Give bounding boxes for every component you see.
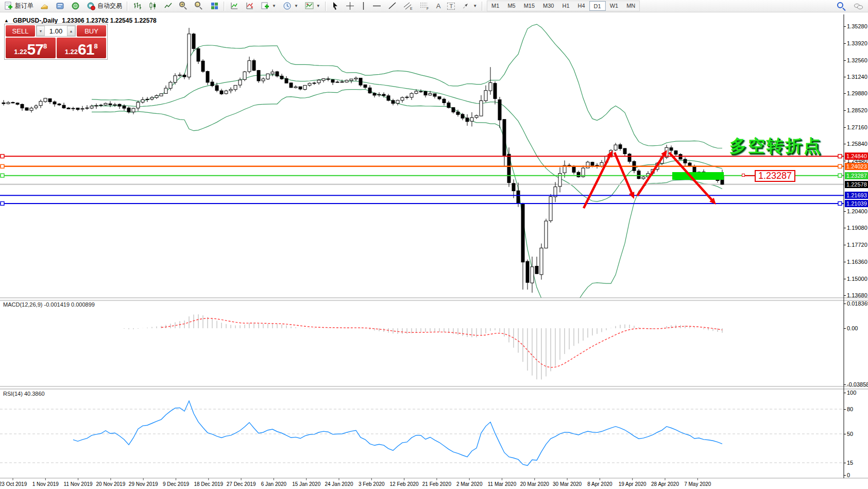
sell-price-sup: 8 <box>43 42 47 50</box>
signals-button[interactable] <box>70 1 81 12</box>
timeframe-w1[interactable]: W1 <box>606 1 623 11</box>
chart-window[interactable]: 1.352801.339201.325601.312401.298801.285… <box>0 13 868 489</box>
macd-indicator-label: MACD(12,26,9) -0.001419 0.000899 <box>3 301 95 308</box>
crosshair-icon <box>346 2 354 10</box>
timeframe-h1[interactable]: H1 <box>558 1 573 11</box>
candlestick-chart-button[interactable] <box>147 1 158 12</box>
indicators-icon <box>230 2 239 10</box>
chart-shift-icon <box>245 2 254 10</box>
toolbar-separator <box>224 2 225 11</box>
candlestick-chart-icon <box>148 2 157 10</box>
volume-input[interactable] <box>45 26 67 36</box>
timeframe-d1[interactable]: D1 <box>589 1 606 11</box>
callout-handle[interactable] <box>742 174 745 177</box>
equidistant-channel-tool-button[interactable]: E <box>402 1 414 12</box>
chart-profile-icon <box>305 2 314 10</box>
buy-price-box[interactable]: 1.22 61 8 <box>57 38 107 58</box>
vertical-line-icon <box>361 2 366 10</box>
search-button[interactable] <box>836 1 847 12</box>
symbol-name: GBPUSD-,Daily <box>13 17 58 24</box>
buy-price-big: 61 <box>78 42 94 57</box>
text-tool-button[interactable]: A <box>435 1 442 12</box>
horizontal-line-icon <box>372 4 381 8</box>
chat-button[interactable] <box>853 1 864 12</box>
line-chart-button[interactable] <box>163 1 174 12</box>
arrows-icon <box>462 2 470 10</box>
svg-text:F: F <box>427 7 429 10</box>
equidistant-channel-icon: E <box>403 2 413 10</box>
trendline-tool-button[interactable] <box>387 1 398 12</box>
volume-increase-button[interactable]: ▲ <box>67 26 75 36</box>
cursor-icon <box>331 2 339 10</box>
timeframe-m15[interactable]: M15 <box>520 1 539 11</box>
market-watch-button[interactable] <box>39 1 50 12</box>
chevron-down-icon: ▼ <box>272 4 276 8</box>
line-chart-icon <box>164 2 173 10</box>
timeframe-mn[interactable]: MN <box>622 1 639 11</box>
search-icon <box>837 2 846 11</box>
indicators-button[interactable] <box>229 1 240 12</box>
buy-button[interactable]: BUY <box>77 25 106 37</box>
periods-button[interactable]: ▼ <box>282 1 299 12</box>
one-click-trading-panel: SELL ▼ ▲ BUY 1.22 57 8 1.22 61 8 <box>4 24 108 60</box>
price-callout-box[interactable]: 1.23287 <box>755 170 795 182</box>
fibonacci-tool-button[interactable]: F <box>419 1 431 12</box>
clock-icon <box>283 2 292 10</box>
bar-chart-button[interactable] <box>132 1 143 12</box>
chat-icon <box>854 2 863 11</box>
toolbar-separator <box>482 2 483 11</box>
autotrading-label: 自动交易 <box>97 2 122 10</box>
chart-shift-button[interactable] <box>244 1 255 12</box>
sell-button[interactable]: SELL <box>6 25 35 37</box>
zoom-in-icon: + <box>179 2 188 10</box>
volume-decrease-button[interactable]: ▼ <box>37 26 45 36</box>
text-label-tool-button[interactable]: T <box>446 1 456 12</box>
buy-price-small: 1.22 <box>65 48 78 56</box>
timeframe-m5[interactable]: M5 <box>503 1 519 11</box>
bar-chart-icon <box>133 2 142 10</box>
toolbar: 新订单 自动交易 <box>0 0 868 12</box>
new-chart-button[interactable]: ▼ <box>260 1 277 12</box>
turning-point-annotation[interactable]: 多空转折点 <box>729 134 822 158</box>
timeframe-h4[interactable]: H4 <box>574 1 589 11</box>
zoom-out-icon: - <box>195 2 203 10</box>
chevron-down-icon: ▼ <box>473 4 477 8</box>
toolbar-separator <box>127 2 128 11</box>
chevron-down-icon: ▼ <box>316 4 320 8</box>
tile-windows-button[interactable] <box>209 1 220 12</box>
chart-symbol-header: ▲ GBPUSD-,Daily 1.23306 1.23762 1.22545 … <box>4 17 157 24</box>
signals-icon <box>71 2 80 10</box>
buy-price-sup: 8 <box>94 42 97 50</box>
new-order-icon <box>4 2 13 10</box>
sell-price-box[interactable]: 1.22 57 8 <box>6 38 56 58</box>
timeframe-m30[interactable]: M30 <box>539 1 558 11</box>
toolbar-separator <box>325 2 327 11</box>
collapse-arrow-icon[interactable]: ▲ <box>4 18 9 23</box>
chart-profile-button[interactable]: ▼ <box>304 1 321 12</box>
mt4-window: 新订单 自动交易 <box>0 0 868 489</box>
market-watch-icon <box>40 2 49 10</box>
zoom-in-button[interactable]: + <box>178 1 189 12</box>
tile-windows-icon <box>210 2 219 10</box>
zoom-out-button[interactable]: - <box>194 1 205 12</box>
crosshair-tool-button[interactable] <box>345 1 355 12</box>
cursor-tool-button[interactable] <box>330 1 340 12</box>
svg-text:E: E <box>410 7 413 10</box>
horizontal-line-tool-button[interactable] <box>371 1 382 12</box>
chart-plot[interactable] <box>0 13 868 489</box>
data-window-icon <box>56 2 64 10</box>
autotrading-button[interactable]: 自动交易 <box>86 1 123 12</box>
fibonacci-icon: F <box>420 2 430 10</box>
new-order-label: 新订单 <box>15 2 33 10</box>
new-order-button[interactable]: 新订单 <box>3 1 35 12</box>
symbol-ohlc: 1.23306 1.23762 1.22545 1.22578 <box>62 17 157 24</box>
data-window-button[interactable] <box>55 1 65 12</box>
callout-connector <box>745 175 755 176</box>
autotrading-icon <box>87 2 95 10</box>
arrows-tool-button[interactable]: ▼ <box>461 1 478 12</box>
timeframe-m1[interactable]: M1 <box>487 1 503 11</box>
text-tool-icon: A <box>436 2 441 10</box>
timeframe-toolbar: M1M5M15M30H1H4D1W1MN <box>487 1 640 11</box>
vertical-line-tool-button[interactable] <box>360 1 367 12</box>
sell-price-big: 57 <box>27 42 43 57</box>
